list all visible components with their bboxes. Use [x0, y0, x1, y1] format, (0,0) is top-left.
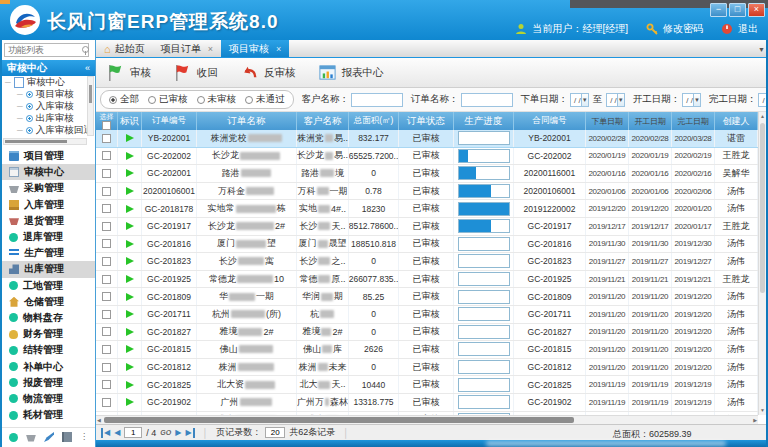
order-name-input[interactable]	[461, 93, 513, 107]
grid-horizontal-scrollbar[interactable]: ◀ ▶	[96, 415, 758, 424]
row-checkbox[interactable]	[102, 169, 111, 178]
tab-overflow-icon[interactable]: ▼	[758, 46, 765, 53]
grid-header-order-status[interactable]: 订单状态	[399, 112, 454, 130]
next-page-button[interactable]: ▶	[175, 428, 181, 438]
close-button[interactable]: ×	[748, 3, 765, 17]
toolbar-button-flag-green[interactable]: 审核	[106, 63, 151, 82]
dot-teal-icon[interactable]	[9, 433, 18, 442]
row-checkbox[interactable]	[102, 187, 111, 196]
sidebar-item[interactable]: 项目管理	[2, 148, 95, 164]
sidebar-item[interactable]: 报废管理	[2, 375, 95, 391]
table-row[interactable]: GC-201825北大资北大天..10440已审核GC-2018252019/1…	[96, 376, 758, 394]
row-checkbox[interactable]	[102, 292, 111, 301]
grid-header-production-progress[interactable]: 生产进度	[454, 112, 514, 130]
radio-option[interactable]: 未通过	[245, 93, 285, 106]
sidebar-item[interactable]: 补单中心	[2, 358, 95, 374]
row-checkbox[interactable]	[102, 239, 111, 248]
grid-header-customer-name[interactable]: 客户名称	[297, 112, 349, 130]
table-row[interactable]: GC-202001路港路港境0已审核202001160012020/01/162…	[96, 165, 758, 183]
table-row[interactable]: GC-201827雅境2#雅境2#0已审核GC-2018272019/11/20…	[96, 324, 758, 342]
tree-node[interactable]: ─出库审核	[2, 112, 95, 124]
customer-name-input[interactable]	[351, 93, 403, 107]
tab-close-icon[interactable]: ×	[208, 44, 213, 54]
radio-option[interactable]: 全部	[109, 93, 139, 106]
table-row[interactable]: GC-201809华一期华润期85.25已审核GC-2018092019/11/…	[96, 288, 758, 306]
book-icon[interactable]	[62, 432, 72, 442]
radio-option[interactable]: 已审核	[148, 93, 188, 106]
vertical-scroll-thumb[interactable]	[760, 123, 765, 293]
page-size-input[interactable]	[265, 427, 285, 438]
sidebar-item[interactable]: 采购管理	[2, 180, 95, 196]
tab[interactable]: 项目审核×	[221, 40, 289, 57]
sidebar-item[interactable]: 生产管理	[2, 245, 95, 261]
row-checkbox[interactable]	[102, 310, 111, 319]
grid-header-order-no[interactable]: 订单编号	[142, 112, 197, 130]
grid-header-order-date[interactable]: 下单日期	[586, 112, 629, 130]
sidebar-item[interactable]: 财务管理	[2, 326, 95, 342]
tree-vertical-scrollbar[interactable]	[87, 76, 94, 136]
pen-blue-icon[interactable]	[44, 432, 54, 442]
sidebar-item[interactable]: 退库管理	[2, 229, 95, 245]
toolbar-button-flag-red[interactable]: 收回	[173, 63, 218, 82]
minimize-button[interactable]: −	[710, 3, 727, 17]
horizontal-scroll-thumb[interactable]	[104, 417, 574, 423]
table-row[interactable]: 20200106001万科金万科一期0.78已审核202001060012020…	[96, 183, 758, 201]
table-row[interactable]: GC-201812株洲株洲未来0已审核GC-2018122019/11/2020…	[96, 359, 758, 377]
tab[interactable]: ⌂起始页	[96, 40, 153, 57]
collapse-icon[interactable]: «	[85, 60, 90, 76]
row-checkbox[interactable]	[102, 327, 111, 336]
table-row[interactable]: GC-202002长沙龙长沙龙易..65525.7200..已审核GC-2020…	[96, 148, 758, 166]
tree-node[interactable]: ─项目审核	[2, 88, 95, 100]
function-search-input[interactable]	[4, 43, 89, 57]
row-checkbox[interactable]	[102, 204, 111, 213]
calendar-dropdown-icon[interactable]: ▼	[618, 93, 625, 107]
sidebar-item[interactable]: 结转管理	[2, 342, 95, 358]
grid-header-flag[interactable]: 标识	[118, 112, 142, 130]
change-password-link[interactable]: 修改密码	[663, 22, 703, 36]
row-checkbox[interactable]	[102, 345, 111, 354]
table-row[interactable]: GC-201917长沙龙2#长沙天..8512.78600..已审核GC-201…	[96, 218, 758, 236]
go-button[interactable]: GO	[160, 429, 171, 436]
sidebar-item[interactable]: 审核中心	[2, 164, 95, 180]
more-icon[interactable]: ⋮	[80, 432, 88, 442]
row-checkbox[interactable]	[102, 134, 111, 143]
table-row[interactable]: GC-201902广州广州万森林13318.775已审核GC-201902201…	[96, 394, 758, 412]
grid-header-creator[interactable]: 创建人	[715, 112, 758, 130]
scroll-up-icon[interactable]: ▲	[759, 112, 766, 121]
maximize-button[interactable]: □	[729, 3, 746, 17]
row-checkbox[interactable]	[102, 363, 111, 372]
start-date-input[interactable]: / /	[682, 93, 694, 107]
sidebar-item[interactable]: 出库管理	[2, 261, 95, 277]
page-number-input[interactable]	[124, 427, 142, 438]
table-row[interactable]: YB-202001株洲党校株洲党易..832.177已审核YB-20200120…	[96, 130, 758, 148]
row-checkbox[interactable]	[102, 398, 111, 407]
tree-node[interactable]: ─入库审核	[2, 100, 95, 112]
table-row[interactable]: GC-201823长沙寓长沙之..0已审核GC-2018232019/11/27…	[96, 253, 758, 271]
table-row[interactable]: GC-201711杭州(所)杭0已审核GC-2017112019/11/2020…	[96, 306, 758, 324]
table-row[interactable]: GC-201816厦门望厦门晟望188510.818已审核GC-20181620…	[96, 236, 758, 254]
row-checkbox[interactable]	[102, 380, 111, 389]
table-row[interactable]: GC-201815佛山佛山库2626已审核GC-2018152019/11/20…	[96, 341, 758, 359]
tree-root-node[interactable]: ─ 审核中心	[2, 76, 95, 88]
tab-close-icon[interactable]: ×	[276, 44, 281, 54]
calendar-dropdown-icon[interactable]: ▼	[582, 93, 589, 107]
row-checkbox[interactable]	[102, 222, 111, 231]
prev-page-button[interactable]: ◀	[114, 428, 120, 438]
row-checkbox[interactable]	[102, 151, 111, 160]
first-page-button[interactable]: ◀	[101, 428, 110, 438]
toolbar-button-undo-red[interactable]: 反审核	[240, 63, 296, 82]
pin-icon[interactable]	[82, 46, 89, 53]
tree-horizontal-scrollbar[interactable]	[3, 138, 87, 145]
scroll-left-icon[interactable]: ◀	[97, 416, 101, 424]
tree-node[interactable]: ─入库审核回退	[2, 124, 95, 136]
sidebar-item[interactable]: 退货管理	[2, 213, 95, 229]
logout-link[interactable]: 退出	[738, 22, 758, 36]
cart-icon[interactable]	[26, 435, 36, 442]
table-row[interactable]: GC-201925常德龙10常德原..266077.835..已审核GC-201…	[96, 271, 758, 289]
grid-header-total-area[interactable]: 总面积(㎡)	[349, 112, 399, 130]
order-date-end-input[interactable]: / /	[606, 93, 618, 107]
sidebar-item[interactable]: 物料盘存	[2, 310, 95, 326]
tab[interactable]: 项目订单×	[153, 40, 221, 57]
radio-option[interactable]: 未审核	[197, 93, 237, 106]
last-page-button[interactable]: ▶	[185, 428, 194, 438]
